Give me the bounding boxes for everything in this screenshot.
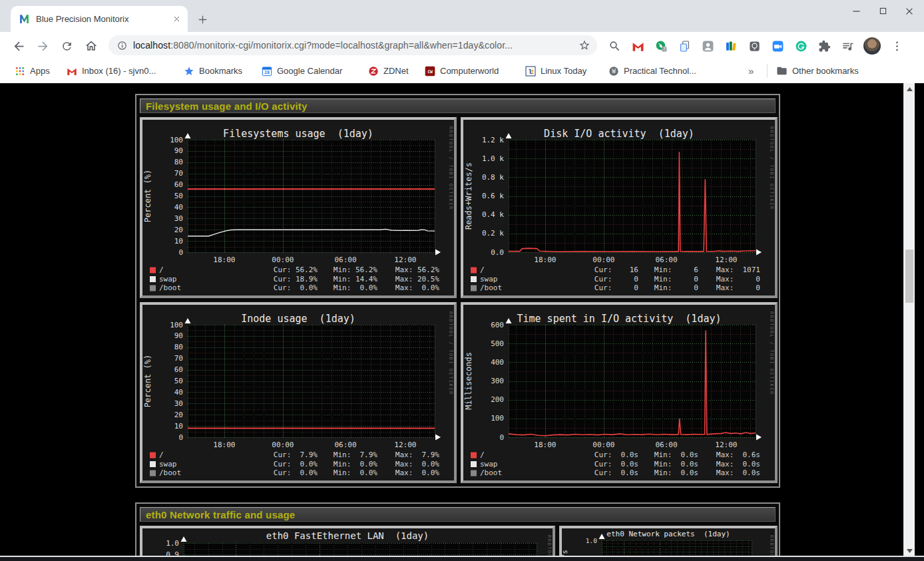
scrollbar-thumb[interactable] bbox=[905, 250, 913, 303]
svg-text:0: 0 bbox=[499, 433, 504, 442]
svg-text:RRDTOOL / TOBI OETIKER: RRDTOOL / TOBI OETIKER bbox=[769, 311, 774, 395]
svg-text:Min: 56.2%: Min: 56.2% bbox=[334, 266, 378, 274]
section-header: Filesystem usage and I/O activity bbox=[140, 98, 776, 113]
svg-text:CW: CW bbox=[427, 69, 433, 73]
page-content: Filesystem usage and I/O activity 100908… bbox=[0, 83, 903, 561]
bookmark-item[interactable]: 28Google Calendar bbox=[262, 59, 342, 83]
playlist-icon[interactable] bbox=[840, 39, 855, 53]
graph-panel[interactable]: 100908070605040302010018:0000:0006:0012:… bbox=[140, 117, 457, 298]
bookmark-item[interactable]: WPractical Technol... bbox=[608, 59, 696, 83]
search-icon[interactable] bbox=[607, 39, 622, 53]
graph-image: 100908070605040302010018:0000:0006:0012:… bbox=[142, 305, 454, 480]
svg-text:Min: 7.9%: Min: 7.9% bbox=[334, 451, 378, 459]
svg-text:Max: 0: Max: 0 bbox=[716, 275, 760, 283]
svg-text:Reads+Writes/s: Reads+Writes/s bbox=[464, 162, 473, 230]
site-info-icon[interactable] bbox=[116, 40, 128, 51]
svg-text:RRDTOOL / TOBI OETIKER: RRDTOOL / TOBI OETIKER bbox=[769, 126, 774, 210]
svg-text:swap: swap bbox=[480, 275, 498, 283]
back-button[interactable] bbox=[11, 39, 26, 53]
svg-text:swap: swap bbox=[480, 460, 498, 468]
svg-text:80: 80 bbox=[174, 158, 183, 166]
bookmark-item[interactable]: Bookmarks bbox=[184, 59, 242, 83]
svg-text:Cur: 0.0s: Cur: 0.0s bbox=[594, 468, 638, 477]
bookmarks-overflow-chevron[interactable]: » bbox=[748, 59, 754, 83]
graph-image: 1.2 k1.0 k0.8 k0.6 k0.4 k0.2 k0.018:0000… bbox=[463, 120, 775, 295]
svg-text:Max: 56.2%: Max: 56.2% bbox=[395, 266, 440, 274]
reload-button[interactable] bbox=[59, 39, 74, 53]
gmail-icon[interactable] bbox=[630, 39, 645, 53]
graph-panel[interactable]: 600500400300200100018:0000:0006:0012:00T… bbox=[461, 302, 778, 483]
svg-text:/: / bbox=[159, 266, 164, 274]
window-minimize-button[interactable] bbox=[851, 5, 862, 17]
svg-text:30: 30 bbox=[174, 214, 183, 223]
svg-text:40: 40 bbox=[174, 388, 183, 397]
svg-text:/boot: /boot bbox=[159, 468, 181, 477]
zdnet-icon bbox=[368, 66, 379, 77]
omnibox[interactable]: localhost:8080/monitorix-cgi/monitorix.c… bbox=[109, 35, 597, 55]
bookmark-item[interactable]: Inbox (16) - sjvn0... bbox=[67, 59, 156, 83]
home-button[interactable] bbox=[84, 39, 99, 53]
svg-text:Min: 0: Min: 0 bbox=[654, 275, 698, 283]
svg-text:Inode usage (1day): Inode usage (1day) bbox=[241, 313, 355, 325]
grammarly-icon[interactable] bbox=[794, 39, 808, 53]
section-header: eth0 Network traffic and usage bbox=[140, 507, 776, 522]
tab-close-icon[interactable] bbox=[170, 13, 182, 25]
svg-text:0: 0 bbox=[178, 248, 183, 257]
scrollbar-up-icon[interactable] bbox=[907, 87, 913, 91]
svg-text:100: 100 bbox=[170, 321, 183, 329]
svg-text:12:00: 12:00 bbox=[394, 441, 416, 449]
bookmark-item[interactable]: ltLinux Today bbox=[525, 59, 586, 83]
svg-text:1.0 k: 1.0 k bbox=[482, 154, 504, 163]
device-icon[interactable] bbox=[747, 39, 762, 53]
svg-text:300: 300 bbox=[491, 377, 504, 385]
svg-text:0.0: 0.0 bbox=[491, 248, 504, 257]
svg-text:90: 90 bbox=[174, 331, 183, 340]
svg-text:100: 100 bbox=[170, 136, 183, 144]
bookmark-item[interactable]: CWComputerworld bbox=[425, 59, 499, 83]
svg-text:0.8 k: 0.8 k bbox=[482, 173, 504, 182]
bookmark-item[interactable]: ZDNet bbox=[368, 59, 409, 83]
gmail-icon bbox=[67, 66, 77, 77]
forward-button[interactable] bbox=[35, 39, 50, 53]
svg-text:swap: swap bbox=[159, 460, 177, 468]
svg-text:Min: 0.0s: Min: 0.0s bbox=[654, 460, 698, 468]
browser-tab[interactable]: Blue Precision Monitorix bbox=[11, 6, 188, 32]
books-icon[interactable] bbox=[724, 39, 738, 53]
svg-text:500: 500 bbox=[491, 339, 504, 348]
svg-text:Cur: 0.0%: Cur: 0.0% bbox=[274, 460, 318, 468]
svg-text:100: 100 bbox=[491, 414, 504, 423]
svg-text:Min: 0: Min: 0 bbox=[654, 283, 698, 292]
menu-dots-icon[interactable] bbox=[889, 39, 904, 53]
graph-panel[interactable]: 100908070605040302010018:0000:0006:0012:… bbox=[140, 302, 457, 483]
svg-text:06:00: 06:00 bbox=[656, 441, 678, 449]
svg-text:00:00: 00:00 bbox=[592, 256, 614, 264]
new-tab-button[interactable] bbox=[196, 13, 209, 26]
svg-text:10: 10 bbox=[174, 422, 183, 431]
svg-text:1.0: 1.0 bbox=[586, 537, 597, 544]
svg-text:80: 80 bbox=[174, 343, 183, 351]
zoom-camera-icon[interactable] bbox=[770, 39, 785, 53]
tab-title: Blue Precision Monitorix bbox=[36, 14, 170, 24]
window-close-button[interactable] bbox=[904, 6, 915, 17]
svg-text:28: 28 bbox=[264, 70, 270, 75]
svg-text:Filesystems usage (1day): Filesystems usage (1day) bbox=[223, 128, 373, 140]
profile-avatar[interactable] bbox=[863, 37, 881, 55]
profile-icon[interactable] bbox=[700, 39, 715, 53]
svg-text:400: 400 bbox=[491, 358, 504, 367]
copy-pages-icon[interactable] bbox=[677, 39, 692, 53]
graph-panel[interactable]: 1.2 k1.0 k0.8 k0.6 k0.4 k0.2 k0.018:0000… bbox=[461, 117, 778, 298]
bookmark-item[interactable]: Apps bbox=[15, 59, 50, 83]
svg-text:Max: 7.9%: Max: 7.9% bbox=[395, 451, 440, 459]
scrollbar-down-icon[interactable] bbox=[907, 549, 913, 553]
vertical-scrollbar[interactable] bbox=[903, 83, 915, 561]
svg-text:00:00: 00:00 bbox=[592, 441, 614, 449]
bookmark-star-icon[interactable] bbox=[578, 39, 590, 51]
svg-text:10: 10 bbox=[174, 237, 183, 246]
voice-icon[interactable]: ? bbox=[654, 39, 668, 53]
extensions-puzzle-icon[interactable] bbox=[817, 39, 831, 53]
bookmarks-divider bbox=[767, 64, 768, 78]
window-maximize-button[interactable] bbox=[878, 6, 888, 16]
svg-text:18:00: 18:00 bbox=[534, 256, 556, 264]
other-bookmarks-button[interactable]: Other bookmarks bbox=[776, 59, 859, 83]
section-filesystem: Filesystem usage and I/O activity 100908… bbox=[135, 94, 780, 488]
